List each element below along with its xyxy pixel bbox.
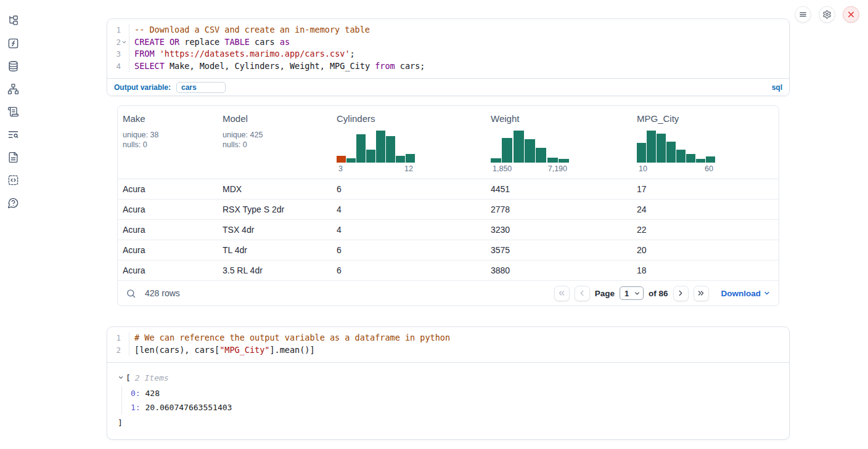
mpg-city-histogram[interactable] [637,131,715,163]
histogram-bar[interactable] [657,134,666,163]
collapse-toggle-icon[interactable] [118,374,126,381]
output-variable-input[interactable] [176,82,226,93]
last-page-button[interactable] [694,286,709,301]
logs-search-icon[interactable] [7,128,19,140]
python-code-editor[interactable]: 1# We can reference the output variable … [107,327,789,362]
documentation-icon[interactable] [7,151,19,163]
sql-cell-footer: Output variable: sql [107,78,789,95]
list-item: 0: 428 [131,386,779,400]
table-cell: 3.5 RL 4dr [223,265,337,275]
column-header[interactable]: MPG_City [637,113,779,124]
search-button[interactable] [126,288,136,299]
column-make: Make unique: 38 nulls: 0 [123,113,223,173]
histogram-bar[interactable] [356,134,366,163]
table-row[interactable]: AcuraMDX6445117 [118,179,779,200]
shutdown-button[interactable] [843,6,859,23]
sql-code-editor[interactable]: 1-- Download a CSV and create an in-memo… [107,19,789,78]
column-nulls-stat: nulls: 0 [123,140,223,150]
histogram-bar[interactable] [547,158,558,163]
language-badge[interactable]: sql [772,83,782,92]
fold-icon[interactable] [121,39,128,45]
table-cell: 20 [637,245,779,255]
settings-button[interactable] [819,6,835,23]
table-cell: TSX 4dr [223,225,337,235]
hist-max-label: 12 [404,164,413,173]
function-variables-icon[interactable] [7,37,19,49]
histogram-bar[interactable] [525,139,535,163]
chevron-right-icon [676,289,685,297]
histogram-bar[interactable] [337,156,346,163]
close-bracket: ] [118,417,779,429]
download-button[interactable]: Download [721,289,771,298]
result-table: Make unique: 38 nulls: 0 Model unique: 4… [117,105,779,306]
chevrons-left-icon [557,289,566,297]
histogram-bar[interactable] [406,154,415,163]
column-header[interactable]: Make [123,113,223,124]
snippets-icon[interactable] [7,174,19,186]
code-line-text: CREATE OR replace TABLE cars as [129,36,290,49]
scratchpad-scroll-icon[interactable] [7,105,19,118]
menu-button[interactable] [795,6,811,23]
column-header[interactable]: Weight [491,113,637,124]
page-select[interactable]: 1 [620,286,644,300]
table-cell: Acura [123,225,223,235]
table-cell: 17 [637,184,779,194]
menu-icon [798,10,808,19]
cylinders-histogram[interactable] [337,131,415,163]
histogram-bar[interactable] [666,142,676,163]
table-cell: 6 [337,184,491,194]
table-header: Make unique: 38 nulls: 0 Model unique: 4… [118,106,779,179]
help-chat-icon[interactable] [7,196,19,209]
first-page-button[interactable] [554,286,570,301]
histogram-bar[interactable] [706,156,715,163]
table-cell: 4451 [491,184,637,194]
python-output: [ 2 Items 0: 4281: 20.060747663551403 ] [107,362,789,439]
code-line-text: FROM 'https://datasets.marimo.app/cars.c… [129,48,355,60]
next-page-button[interactable] [673,286,689,301]
histogram-bar[interactable] [637,143,646,163]
table-row[interactable]: AcuraRSX Type S 2dr4277824 [118,200,779,220]
table-cell: 22 [637,225,779,235]
histogram-bar[interactable] [559,159,569,163]
histogram-bar[interactable] [514,131,524,163]
table-cell: 4 [337,225,491,235]
table-cell: 4 [337,204,491,214]
table-row[interactable]: AcuraTSX 4dr4323022 [118,220,779,240]
histogram-bar[interactable] [366,150,375,163]
histogram-bar[interactable] [386,136,395,163]
histogram-bar[interactable] [346,158,356,163]
gear-icon [822,10,832,19]
histogram-bar[interactable] [686,154,695,163]
column-model: Model unique: 425 nulls: 0 [223,113,337,173]
file-tree-icon[interactable] [7,14,19,26]
histogram-bar[interactable] [491,158,501,163]
code-line-text: [len(cars), cars["MPG_City"].mean()] [129,344,315,357]
histogram-bar[interactable] [502,138,512,163]
database-icon[interactable] [7,60,19,72]
line-number: 3 [107,48,129,60]
hist-max-label: 7,190 [548,164,567,173]
table-cell: 6 [337,245,491,255]
items-count-label: 2 Items [135,373,169,382]
code-line-text: SELECT Make, Model, Cylinders, Weight, M… [129,60,425,73]
histogram-bar[interactable] [536,148,546,163]
list-item: 1: 20.060747663551403 [131,400,779,415]
hist-min-label: 10 [639,164,647,173]
dependency-graph-icon[interactable] [7,83,19,95]
column-header[interactable]: Model [223,113,337,124]
column-header[interactable]: Cylinders [337,113,491,124]
table-cell: Acura [123,184,223,194]
page-select-value: 1 [624,289,629,298]
histogram-bar[interactable] [676,150,686,163]
table-cell: 6 [337,265,491,275]
table-row[interactable]: AcuraTL 4dr6357520 [118,240,779,261]
histogram-bar[interactable] [696,159,705,163]
previous-page-button[interactable] [575,286,590,301]
line-number: 2 [107,36,129,49]
weight-histogram[interactable] [491,131,569,163]
histogram-bar[interactable] [376,131,385,163]
histogram-bar[interactable] [396,156,405,163]
table-row[interactable]: Acura3.5 RL 4dr6388018 [118,261,779,281]
line-number: 1 [107,24,129,36]
histogram-bar[interactable] [647,131,656,163]
